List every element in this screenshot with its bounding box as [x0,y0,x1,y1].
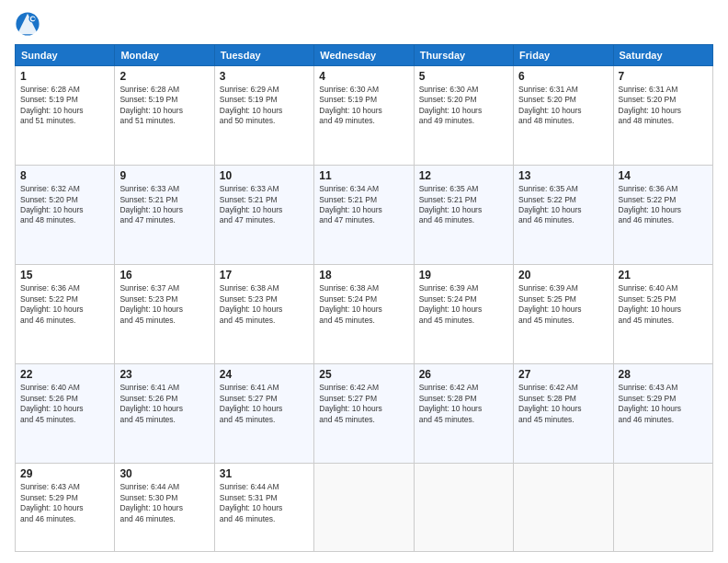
day-info: Sunrise: 6:41 AMSunset: 5:27 PMDaylight:… [220,383,309,425]
day-number: 11 [319,169,408,182]
table-row: 18Sunrise: 6:38 AMSunset: 5:24 PMDayligh… [314,265,414,364]
col-thursday: Thursday [414,45,513,66]
table-row: 17Sunrise: 6:38 AMSunset: 5:23 PMDayligh… [214,265,313,364]
day-number: 18 [319,269,408,282]
day-number: 6 [518,70,608,83]
day-info: Sunrise: 6:30 AMSunset: 5:19 PMDaylight:… [319,85,408,127]
day-info: Sunrise: 6:44 AMSunset: 5:30 PMDaylight:… [119,482,209,524]
day-info: Sunrise: 6:40 AMSunset: 5:26 PMDaylight:… [20,383,109,425]
day-info: Sunrise: 6:31 AMSunset: 5:20 PMDaylight:… [518,85,608,127]
page-header [15,11,713,37]
day-number: 14 [619,169,708,182]
day-number: 23 [119,368,209,381]
day-number: 10 [220,169,309,182]
day-number: 1 [20,70,109,83]
table-row: 16Sunrise: 6:37 AMSunset: 5:23 PMDayligh… [115,265,214,364]
day-number: 27 [518,368,608,381]
table-row: 14Sunrise: 6:36 AMSunset: 5:22 PMDayligh… [613,166,712,265]
table-row: 6Sunrise: 6:31 AMSunset: 5:20 PMDaylight… [514,66,613,166]
table-row: 5Sunrise: 6:30 AMSunset: 5:20 PMDaylight… [414,66,513,166]
day-info: Sunrise: 6:33 AMSunset: 5:21 PMDaylight:… [119,184,209,226]
table-row: 28Sunrise: 6:43 AMSunset: 5:29 PMDayligh… [613,364,712,464]
day-number: 31 [220,467,309,480]
table-row: 7Sunrise: 6:31 AMSunset: 5:20 PMDaylight… [613,66,712,166]
day-info: Sunrise: 6:36 AMSunset: 5:22 PMDaylight:… [20,283,109,326]
day-number: 12 [419,169,508,182]
table-row: 1Sunrise: 6:28 AMSunset: 5:19 PMDaylight… [16,66,115,166]
day-info: Sunrise: 6:43 AMSunset: 5:29 PMDaylight:… [619,383,708,425]
day-info: Sunrise: 6:36 AMSunset: 5:22 PMDaylight:… [619,184,708,226]
table-row: 4Sunrise: 6:30 AMSunset: 5:19 PMDaylight… [314,66,414,166]
day-number: 8 [20,169,109,182]
col-monday: Monday [115,45,214,66]
day-info: Sunrise: 6:33 AMSunset: 5:21 PMDaylight:… [220,184,309,226]
day-number: 20 [518,269,608,282]
table-row: 15Sunrise: 6:36 AMSunset: 5:22 PMDayligh… [16,265,115,364]
day-info: Sunrise: 6:39 AMSunset: 5:24 PMDaylight:… [419,283,508,326]
day-number: 13 [518,169,608,182]
table-row: 25Sunrise: 6:42 AMSunset: 5:27 PMDayligh… [314,364,414,464]
day-number: 29 [20,467,109,480]
col-tuesday: Tuesday [214,45,313,66]
table-row: 30Sunrise: 6:44 AMSunset: 5:30 PMDayligh… [115,464,214,552]
table-row: 13Sunrise: 6:35 AMSunset: 5:22 PMDayligh… [514,166,613,265]
day-info: Sunrise: 6:34 AMSunset: 5:21 PMDaylight:… [319,184,408,226]
table-row: 11Sunrise: 6:34 AMSunset: 5:21 PMDayligh… [314,166,414,265]
table-row: 12Sunrise: 6:35 AMSunset: 5:21 PMDayligh… [414,166,513,265]
table-row [414,464,513,552]
day-number: 21 [619,269,708,282]
day-number: 3 [220,70,309,83]
day-info: Sunrise: 6:41 AMSunset: 5:26 PMDaylight:… [119,383,209,425]
day-info: Sunrise: 6:35 AMSunset: 5:22 PMDaylight:… [518,184,608,226]
calendar-table: Sunday Monday Tuesday Wednesday Thursday… [15,44,713,552]
day-info: Sunrise: 6:38 AMSunset: 5:24 PMDaylight:… [319,283,408,326]
day-info: Sunrise: 6:31 AMSunset: 5:20 PMDaylight:… [619,85,708,127]
day-info: Sunrise: 6:28 AMSunset: 5:19 PMDaylight:… [119,85,209,127]
day-number: 24 [220,368,309,381]
day-info: Sunrise: 6:44 AMSunset: 5:31 PMDaylight:… [220,482,309,524]
table-row: 9Sunrise: 6:33 AMSunset: 5:21 PMDaylight… [115,166,214,265]
calendar-header-row: Sunday Monday Tuesday Wednesday Thursday… [16,45,713,66]
day-number: 16 [119,269,209,282]
col-sunday: Sunday [16,45,115,66]
day-number: 28 [619,368,708,381]
day-info: Sunrise: 6:29 AMSunset: 5:19 PMDaylight:… [220,85,309,127]
day-number: 22 [20,368,109,381]
day-number: 17 [220,269,309,282]
table-row: 21Sunrise: 6:40 AMSunset: 5:25 PMDayligh… [613,265,712,364]
table-row: 31Sunrise: 6:44 AMSunset: 5:31 PMDayligh… [214,464,313,552]
logo [15,11,44,37]
day-info: Sunrise: 6:42 AMSunset: 5:28 PMDaylight:… [419,383,508,425]
day-number: 19 [419,269,508,282]
day-info: Sunrise: 6:39 AMSunset: 5:25 PMDaylight:… [518,283,608,326]
calendar-page: Sunday Monday Tuesday Wednesday Thursday… [0,0,728,563]
table-row: 22Sunrise: 6:40 AMSunset: 5:26 PMDayligh… [16,364,115,464]
table-row: 2Sunrise: 6:28 AMSunset: 5:19 PMDaylight… [115,66,214,166]
table-row: 29Sunrise: 6:43 AMSunset: 5:29 PMDayligh… [16,464,115,552]
table-row: 19Sunrise: 6:39 AMSunset: 5:24 PMDayligh… [414,265,513,364]
day-number: 25 [319,368,408,381]
day-info: Sunrise: 6:32 AMSunset: 5:20 PMDaylight:… [20,184,109,226]
table-row: 20Sunrise: 6:39 AMSunset: 5:25 PMDayligh… [514,265,613,364]
table-row: 3Sunrise: 6:29 AMSunset: 5:19 PMDaylight… [214,66,313,166]
table-row [514,464,613,552]
day-number: 9 [119,169,209,182]
day-number: 5 [419,70,508,83]
day-info: Sunrise: 6:42 AMSunset: 5:28 PMDaylight:… [518,383,608,425]
day-info: Sunrise: 6:42 AMSunset: 5:27 PMDaylight:… [319,383,408,425]
day-info: Sunrise: 6:43 AMSunset: 5:29 PMDaylight:… [20,482,109,524]
day-number: 15 [20,269,109,282]
logo-icon [15,11,40,37]
day-number: 7 [619,70,708,83]
table-row: 8Sunrise: 6:32 AMSunset: 5:20 PMDaylight… [16,166,115,265]
day-info: Sunrise: 6:28 AMSunset: 5:19 PMDaylight:… [20,85,109,127]
col-saturday: Saturday [613,45,712,66]
day-info: Sunrise: 6:37 AMSunset: 5:23 PMDaylight:… [119,283,209,326]
table-row: 26Sunrise: 6:42 AMSunset: 5:28 PMDayligh… [414,364,513,464]
table-row: 27Sunrise: 6:42 AMSunset: 5:28 PMDayligh… [514,364,613,464]
day-info: Sunrise: 6:38 AMSunset: 5:23 PMDaylight:… [220,283,309,326]
day-info: Sunrise: 6:40 AMSunset: 5:25 PMDaylight:… [619,283,708,326]
day-info: Sunrise: 6:30 AMSunset: 5:20 PMDaylight:… [419,85,508,127]
day-info: Sunrise: 6:35 AMSunset: 5:21 PMDaylight:… [419,184,508,226]
table-row: 24Sunrise: 6:41 AMSunset: 5:27 PMDayligh… [214,364,313,464]
